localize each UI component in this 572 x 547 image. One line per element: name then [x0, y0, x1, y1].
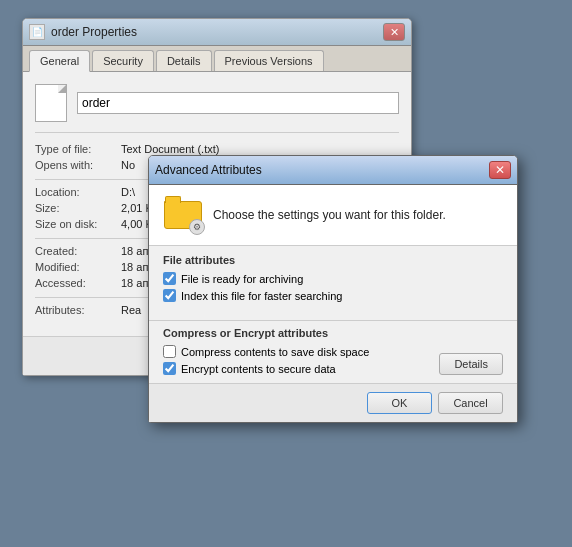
advanced-header-text: Choose the settings you want for this fo…: [213, 208, 503, 222]
index-label: Index this file for faster searching: [181, 290, 342, 302]
advanced-close-btn[interactable]: ✕: [489, 161, 511, 179]
file-attributes-section: File attributes File is ready for archiv…: [149, 246, 517, 314]
advanced-bottom-buttons: OK Cancel: [149, 383, 517, 422]
file-header: [35, 84, 399, 133]
index-checkbox[interactable]: [163, 289, 176, 302]
folder-settings-icon: ⚙: [163, 197, 203, 233]
advanced-title: Advanced Attributes: [155, 163, 262, 177]
opens-label: Opens with:: [35, 159, 115, 171]
type-label: Type of file:: [35, 143, 115, 155]
file-name-input[interactable]: [77, 92, 399, 114]
archive-checkbox-row: File is ready for archiving: [163, 272, 503, 285]
archive-checkbox[interactable]: [163, 272, 176, 285]
advanced-header: ⚙ Choose the settings you want for this …: [149, 185, 517, 246]
encrypt-label: Encrypt contents to secure data: [181, 363, 336, 375]
tab-general[interactable]: General: [29, 50, 90, 72]
advanced-ok-btn[interactable]: OK: [367, 392, 432, 414]
compress-row: Compress contents to save disk space Enc…: [163, 345, 503, 379]
type-value: Text Document (.txt): [121, 143, 399, 155]
advanced-titlebar: Advanced Attributes ✕: [149, 156, 517, 185]
properties-title: order Properties: [51, 25, 137, 39]
size-on-disk-label: Size on disk:: [35, 218, 115, 230]
properties-tabs: General Security Details Previous Versio…: [23, 46, 411, 72]
compress-section-title: Compress or Encrypt attributes: [163, 327, 503, 339]
advanced-cancel-btn[interactable]: Cancel: [438, 392, 503, 414]
attributes-label: Attributes:: [35, 304, 115, 316]
file-attributes-title: File attributes: [163, 254, 503, 266]
encrypt-checkbox-row: Encrypt contents to secure data: [163, 362, 369, 375]
tab-details[interactable]: Details: [156, 50, 212, 71]
index-checkbox-row: Index this file for faster searching: [163, 289, 503, 302]
accessed-label: Accessed:: [35, 277, 115, 289]
tab-previous-versions[interactable]: Previous Versions: [214, 50, 324, 71]
advanced-attributes-dialog: Advanced Attributes ✕ ⚙ Choose the setti…: [148, 155, 518, 423]
gear-icon: ⚙: [189, 219, 205, 235]
location-label: Location:: [35, 186, 115, 198]
compress-label: Compress contents to save disk space: [181, 346, 369, 358]
properties-titlebar: 📄 order Properties ✕: [23, 19, 411, 46]
properties-close-btn[interactable]: ✕: [383, 23, 405, 41]
encrypt-checkbox[interactable]: [163, 362, 176, 375]
created-label: Created:: [35, 245, 115, 257]
archive-label: File is ready for archiving: [181, 273, 303, 285]
compress-checkbox[interactable]: [163, 345, 176, 358]
properties-title-icon: 📄: [29, 24, 45, 40]
details-btn[interactable]: Details: [439, 353, 503, 375]
compress-encrypt-section: Compress or Encrypt attributes Compress …: [149, 327, 517, 383]
file-icon: [35, 84, 67, 122]
modified-label: Modified:: [35, 261, 115, 273]
size-label: Size:: [35, 202, 115, 214]
compress-checkbox-row: Compress contents to save disk space: [163, 345, 369, 358]
tab-security[interactable]: Security: [92, 50, 154, 71]
